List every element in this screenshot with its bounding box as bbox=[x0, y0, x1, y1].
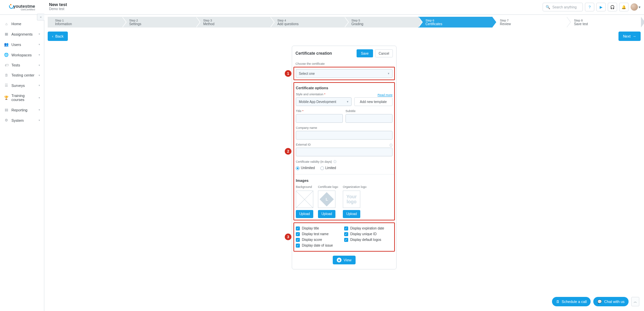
sidebar-collapse-button[interactable]: « bbox=[37, 14, 44, 20]
step-4[interactable]: Step 4Add questions bbox=[270, 17, 344, 28]
play-button[interactable]: ▶ bbox=[596, 3, 606, 11]
step-title: Add questions bbox=[277, 22, 344, 26]
display-expiration-checkbox[interactable]: ✓Display expiration date bbox=[344, 226, 393, 230]
brand-subtext: GetCertified bbox=[21, 8, 35, 11]
search-icon: 🔍 bbox=[546, 5, 550, 9]
step-number: Step 2 bbox=[129, 19, 196, 22]
step-title: Grading bbox=[352, 22, 418, 26]
style-select[interactable]: Mobile App Development ▾ bbox=[296, 97, 352, 106]
back-button[interactable]: ‹ Back bbox=[48, 32, 68, 41]
read-more-link[interactable]: Read more bbox=[377, 93, 393, 97]
check-icon: ✓ bbox=[296, 226, 300, 230]
chevron-left-icon: « bbox=[40, 15, 42, 19]
user-menu[interactable]: ▾ bbox=[631, 3, 641, 11]
page-subtitle: Demo test bbox=[49, 7, 67, 11]
card-title: Certificate creation bbox=[295, 51, 332, 56]
display-default-logos-checkbox[interactable]: ✓Display default logos bbox=[344, 238, 393, 242]
validity-limited-radio[interactable]: Limited bbox=[320, 166, 336, 170]
company-label: Company name bbox=[296, 126, 393, 129]
subtitle-label: Subtitle bbox=[346, 109, 393, 113]
search-placeholder: Search anything bbox=[552, 5, 577, 9]
display-score-checkbox[interactable]: ✓Display score bbox=[296, 238, 344, 242]
info-icon[interactable]: ⓘ bbox=[389, 143, 393, 148]
chat-button[interactable]: 💬 Chat with us bbox=[593, 297, 629, 306]
step-3[interactable]: Step 3Method bbox=[196, 17, 270, 28]
step-7[interactable]: Step 7Review bbox=[492, 17, 567, 28]
step-8[interactable]: Step 8Save test bbox=[566, 17, 641, 28]
step-title: Information bbox=[55, 22, 122, 26]
support-button[interactable]: 🎧 bbox=[608, 3, 617, 11]
title-input[interactable] bbox=[296, 114, 343, 123]
chat-icon: 💬 bbox=[597, 300, 602, 304]
page-title: New test bbox=[49, 2, 67, 7]
home-icon: ⌂ bbox=[4, 22, 9, 26]
upload-cert-logo-button[interactable]: Upload bbox=[318, 210, 335, 218]
save-button[interactable]: Save bbox=[357, 49, 373, 57]
wizard-steps: Step 1InformationStep 2SettingsStep 3Met… bbox=[48, 17, 641, 28]
step-5[interactable]: Step 5Grading bbox=[344, 17, 418, 28]
search-input[interactable]: 🔍 Search anything bbox=[543, 3, 583, 11]
images-title: Images bbox=[296, 178, 393, 183]
sidebar-item-reporting[interactable]: ▤Reporting▾ bbox=[0, 105, 44, 115]
chevron-left-icon: ‹ bbox=[52, 34, 53, 38]
style-label: Style and orientation bbox=[296, 93, 325, 96]
sidebar-item-workspaces[interactable]: 🌐Workspaces▾ bbox=[0, 50, 44, 60]
scroll-top-button[interactable]: ︽ bbox=[631, 297, 639, 306]
subtitle-input[interactable] bbox=[346, 114, 393, 123]
help-button[interactable]: ? bbox=[585, 3, 594, 11]
org-logo-thumb: Your logo bbox=[343, 191, 360, 208]
sidebar-item-label: Surveys bbox=[11, 84, 25, 88]
step-1[interactable]: Step 1Information bbox=[48, 17, 122, 28]
sidebar-item-label: Home bbox=[11, 22, 21, 26]
display-unique-id-checkbox[interactable]: ✓Display unique ID bbox=[344, 232, 393, 236]
chevron-down-icon: ▾ bbox=[39, 119, 40, 122]
sidebar-item-training-courses[interactable]: 🏆Training courses▾ bbox=[0, 91, 44, 105]
notifications-button[interactable]: 🔔 bbox=[619, 3, 629, 11]
validity-unlimited-radio[interactable]: Unlimited bbox=[296, 166, 315, 170]
avatar bbox=[631, 3, 638, 11]
step-number: Step 1 bbox=[55, 19, 122, 22]
certificate-options-title: Certificate options bbox=[296, 86, 393, 90]
company-input[interactable] bbox=[296, 131, 393, 140]
sidebar-item-label: Training courses bbox=[11, 94, 36, 102]
schedule-call-button[interactable]: 🗓 Schedule a call bbox=[552, 297, 591, 306]
page-heading: New test Demo test bbox=[44, 0, 72, 11]
view-button[interactable]: ◉ View bbox=[333, 256, 356, 264]
eye-icon: ◉ bbox=[337, 258, 341, 262]
display-title-checkbox[interactable]: ✓Display title bbox=[296, 226, 344, 230]
annotation-badge-3: 3 bbox=[285, 234, 291, 240]
step-6[interactable]: Step 6Certificates bbox=[418, 17, 492, 28]
org-logo-label: Organization logo bbox=[343, 185, 367, 189]
sidebar-item-label: System bbox=[11, 118, 24, 122]
upload-org-logo-button[interactable]: Upload bbox=[343, 210, 360, 218]
annotation-box-1: 1 Select one ▾ bbox=[293, 67, 395, 80]
chevron-down-icon: ▾ bbox=[639, 5, 641, 9]
step-2[interactable]: Step 2Settings bbox=[122, 17, 196, 28]
display-date-of-issue-checkbox[interactable]: ✓Display date of issue bbox=[296, 244, 344, 248]
external-id-input[interactable] bbox=[296, 148, 393, 156]
next-button[interactable]: Next → bbox=[618, 32, 641, 41]
sidebar-item-assignments[interactable]: ▦Assignments▾ bbox=[0, 29, 44, 39]
info-icon[interactable]: ⓘ bbox=[333, 160, 336, 163]
step-number: Step 6 bbox=[425, 19, 492, 22]
step-number: Step 5 bbox=[352, 19, 418, 22]
brand-logo[interactable]: youtestme GetCertified bbox=[0, 0, 44, 15]
sidebar-item-tests[interactable]: 🏷Tests▾ bbox=[0, 60, 44, 70]
cancel-button[interactable]: Cancel bbox=[375, 49, 393, 57]
choose-certificate-select[interactable]: Select one ▾ bbox=[296, 69, 393, 78]
step-number: Step 4 bbox=[277, 19, 344, 22]
upload-background-button[interactable]: Upload bbox=[296, 210, 313, 218]
sidebar-item-label: Users bbox=[11, 43, 21, 47]
add-template-button[interactable]: Add new template bbox=[354, 97, 393, 106]
display-test-name-checkbox[interactable]: ✓Display test name bbox=[296, 232, 344, 236]
check-icon: ✓ bbox=[344, 232, 348, 236]
sidebar-item-testing-center[interactable]: 🗓Testing center▾ bbox=[0, 70, 44, 80]
sidebar-item-surveys[interactable]: ☰Surveys▾ bbox=[0, 80, 44, 91]
sidebar-item-users[interactable]: 👥Users▾ bbox=[0, 39, 44, 50]
check-icon: ✓ bbox=[296, 238, 300, 242]
sidebar-item-system[interactable]: ⚙System▾ bbox=[0, 115, 44, 125]
cancel-label: Cancel bbox=[379, 52, 389, 55]
step-title: Review bbox=[500, 22, 567, 26]
chevron-down-icon: ▾ bbox=[388, 72, 389, 75]
sidebar-item-label: Assignments bbox=[11, 32, 33, 36]
